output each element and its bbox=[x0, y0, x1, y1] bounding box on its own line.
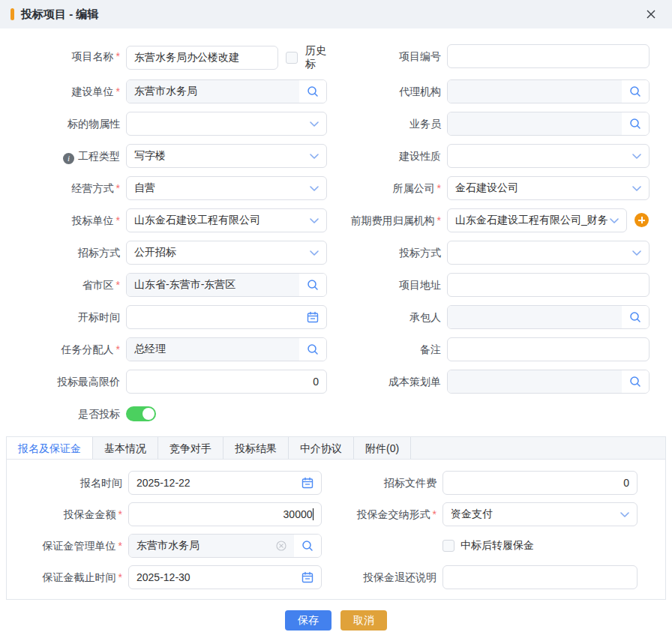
chevron-down-icon bbox=[310, 121, 319, 127]
construction-nature-select[interactable] bbox=[447, 144, 650, 168]
contractor-search[interactable] bbox=[622, 306, 649, 328]
deposit-manage-unit-value: 东营市水务局 bbox=[129, 535, 294, 557]
task-assignee-search[interactable] bbox=[299, 338, 326, 361]
early-cost-org-select[interactable]: 山东金石建设工程有限公司_财务 bbox=[447, 208, 627, 232]
contractor-label: 承包人 bbox=[327, 305, 447, 329]
bid-unit-select[interactable]: 山东金石建设工程有限公司 bbox=[126, 208, 327, 232]
toggle-knob bbox=[142, 408, 154, 420]
early-cost-org-label: 前期费用归属机构 bbox=[327, 208, 447, 232]
agency-field bbox=[447, 79, 650, 103]
tab-basic-info[interactable]: 基本情况 bbox=[93, 437, 158, 459]
cost-plan-field bbox=[447, 370, 650, 394]
close-icon[interactable] bbox=[645, 8, 657, 20]
project-address-input[interactable] bbox=[455, 279, 641, 291]
cost-plan-search[interactable] bbox=[622, 370, 649, 393]
tender-doc-fee-label: 招标文件费 bbox=[322, 471, 442, 495]
tab-agency-agreement[interactable]: 中介协议 bbox=[289, 437, 354, 459]
subject-attribute-select[interactable] bbox=[126, 112, 327, 136]
project-type-select[interactable]: 写字楼 bbox=[126, 144, 327, 168]
task-assignee-label: 任务分配人 bbox=[0, 337, 126, 361]
transfer-bond-label: 中标后转履保金 bbox=[460, 539, 534, 553]
bid-method-label: 投标方式 bbox=[327, 241, 447, 265]
bid-unit-label: 投标单位 bbox=[0, 208, 126, 232]
save-button[interactable]: 保存 bbox=[285, 610, 332, 631]
region-value: 山东省-东营市-东营区 bbox=[127, 274, 299, 296]
tender-method-select[interactable]: 公开招标 bbox=[126, 241, 327, 265]
search-icon bbox=[307, 279, 319, 291]
bid-open-time-field[interactable] bbox=[126, 305, 327, 329]
remark-input-box bbox=[447, 337, 650, 361]
construction-unit-field: 东营市水务局 bbox=[126, 79, 327, 103]
salesman-value bbox=[448, 112, 622, 135]
construction-unit-search[interactable] bbox=[299, 80, 326, 103]
calendar-icon[interactable] bbox=[307, 311, 319, 323]
deposit-deadline-field[interactable] bbox=[128, 565, 322, 589]
construction-unit-value: 东营市水务局 bbox=[127, 80, 299, 103]
project-code-input[interactable] bbox=[455, 50, 641, 62]
spacer bbox=[322, 534, 442, 558]
footer-actions: 保存 取消 bbox=[0, 610, 672, 631]
company-label: 所属公司 bbox=[327, 176, 447, 200]
cancel-button[interactable]: 取消 bbox=[340, 610, 387, 631]
remark-input[interactable] bbox=[455, 343, 641, 355]
page-title: 投标项目 - 编辑 bbox=[21, 7, 98, 22]
deposit-refund-note-input[interactable] bbox=[451, 571, 629, 583]
detail-tabs-panel: 报名及保证金 基本情况 竞争对手 投标结果 中介协议 附件(0) 报名时间 招标… bbox=[6, 436, 666, 600]
sign-up-time-field[interactable] bbox=[128, 471, 322, 495]
search-icon bbox=[629, 85, 641, 97]
search-icon bbox=[307, 343, 319, 355]
info-icon: i bbox=[63, 153, 74, 164]
chevron-down-icon bbox=[632, 250, 641, 256]
calendar-icon[interactable] bbox=[302, 571, 314, 583]
dialog-titlebar: 投标项目 - 编辑 bbox=[0, 0, 672, 28]
bid-open-time-input[interactable] bbox=[134, 311, 307, 323]
chevron-down-icon bbox=[632, 186, 641, 191]
max-bid-price-input[interactable] bbox=[134, 376, 319, 388]
project-name-input-box bbox=[126, 46, 278, 70]
agency-search[interactable] bbox=[622, 80, 649, 103]
add-org-button[interactable] bbox=[634, 213, 649, 227]
search-icon bbox=[629, 311, 641, 323]
region-search[interactable] bbox=[299, 274, 326, 296]
search-icon bbox=[307, 85, 319, 97]
deposit-amount-input-box bbox=[128, 502, 322, 526]
contractor-field bbox=[447, 305, 650, 329]
operation-mode-select[interactable]: 自营 bbox=[126, 176, 327, 200]
task-assignee-field: 总经理 bbox=[126, 337, 327, 361]
deposit-amount-input[interactable] bbox=[136, 508, 313, 520]
spacer bbox=[327, 402, 447, 426]
history-bid-checkbox[interactable] bbox=[286, 52, 298, 64]
salesman-field bbox=[447, 112, 650, 136]
tab-bar: 报名及保证金 基本情况 竞争对手 投标结果 中介协议 附件(0) bbox=[7, 437, 665, 460]
deposit-pay-form-select[interactable]: 资金支付 bbox=[442, 502, 638, 526]
clear-icon[interactable] bbox=[276, 541, 286, 551]
tab-attachments[interactable]: 附件(0) bbox=[354, 437, 411, 459]
is-bid-toggle[interactable] bbox=[126, 406, 156, 421]
accent-bar bbox=[10, 8, 14, 20]
tab-signup-deposit[interactable]: 报名及保证金 bbox=[7, 437, 93, 459]
chevron-down-icon bbox=[610, 218, 619, 223]
company-select[interactable]: 金石建设公司 bbox=[447, 176, 650, 200]
project-type-label: i工程类型 bbox=[0, 144, 126, 168]
spacer bbox=[447, 402, 650, 426]
history-bid-label: 历史标 bbox=[305, 44, 327, 71]
deposit-manage-unit-search[interactable] bbox=[294, 535, 321, 557]
agency-value bbox=[448, 80, 622, 103]
tender-doc-fee-input-box bbox=[442, 471, 638, 495]
sign-up-time-input[interactable] bbox=[136, 477, 302, 489]
tab-competitors[interactable]: 竞争对手 bbox=[158, 437, 224, 459]
sign-up-time-label: 报名时间 bbox=[7, 471, 128, 495]
project-name-input[interactable] bbox=[134, 52, 270, 64]
calendar-icon[interactable] bbox=[302, 477, 314, 489]
chevron-down-icon bbox=[310, 186, 319, 191]
tab-bid-result[interactable]: 投标结果 bbox=[224, 437, 289, 459]
deposit-deadline-input[interactable] bbox=[136, 571, 302, 583]
deposit-deadline-label: 保证金截止时间 bbox=[7, 565, 128, 589]
bid-method-select[interactable] bbox=[447, 241, 650, 265]
tender-doc-fee-input[interactable] bbox=[451, 477, 629, 489]
cost-plan-value bbox=[448, 370, 622, 393]
chevron-down-icon bbox=[310, 218, 319, 223]
deposit-refund-note-input-box bbox=[442, 565, 638, 589]
salesman-search[interactable] bbox=[622, 112, 649, 135]
transfer-bond-checkbox[interactable] bbox=[442, 540, 454, 552]
